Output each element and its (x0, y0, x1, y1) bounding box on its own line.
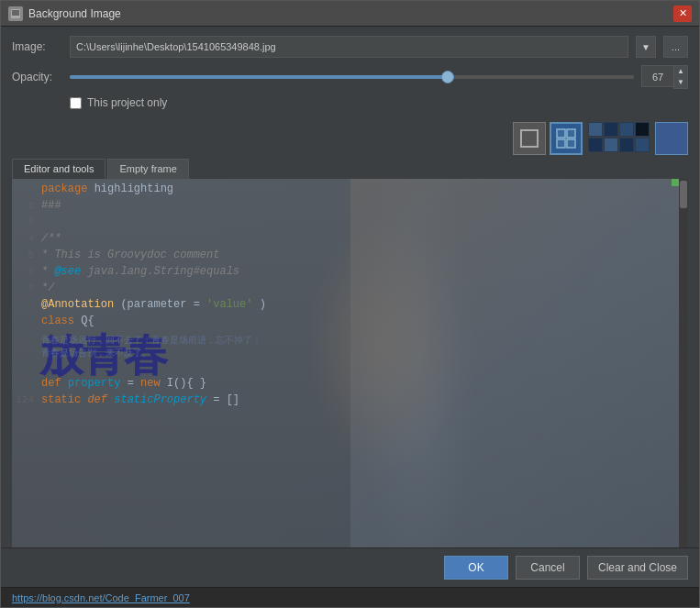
code-line-8: @Annotation (parameter = 'value' ) (12, 298, 688, 315)
project-only-row: This project only (70, 96, 688, 109)
code-editor: package highlighting 2 ### 3 4 /** (12, 179, 688, 547)
opacity-spinner: ▲ ▼ (673, 65, 688, 89)
svg-rect-7 (567, 139, 575, 148)
this-project-only-checkbox[interactable] (70, 97, 82, 109)
slider-thumb[interactable] (441, 71, 454, 83)
clear-close-button[interactable]: Clear and Close (587, 556, 688, 580)
chinese-small-text: 青春是场远行，回不去了；青春是场前进，忘不掉了；青春是场告别，来不及了。 (41, 335, 688, 360)
tabs-row: Editor and tools Empty frame (1, 159, 699, 179)
status-bar: https://blog.csdn.net/Code_Farmer_007 (1, 587, 699, 607)
svg-rect-4 (557, 129, 565, 138)
code-line-9: class Q{ (12, 315, 688, 331)
opacity-spin-down[interactable]: ▼ (674, 77, 687, 88)
status-url[interactable]: https://blog.csdn.net/Code_Farmer_007 (12, 592, 190, 603)
svg-rect-3 (521, 130, 538, 147)
background-image-dialog: Background Image ✕ Image: ▼ ... Opacity:… (0, 0, 700, 608)
close-button[interactable]: ✕ (673, 6, 692, 22)
code-line-11: 124 static def staticProperty = [] (12, 393, 688, 410)
code-line-4: 4 /** (12, 232, 688, 249)
image-row: Image: ▼ ... (12, 36, 688, 58)
dialog-title: Background Image (28, 7, 121, 20)
dialog-icon (8, 6, 23, 21)
slider-track (70, 75, 634, 79)
blue-square-preview (655, 122, 688, 155)
scrollbar-thumb[interactable] (680, 181, 687, 208)
opacity-slider-container[interactable] (70, 68, 634, 86)
ok-button[interactable]: OK (444, 556, 508, 580)
title-bar: Background Image ✕ (1, 1, 699, 27)
opacity-value: 67 (641, 65, 673, 87)
svg-rect-2 (12, 10, 19, 16)
opacity-row: Opacity: 67 ▲ ▼ (12, 65, 688, 89)
preview-single-icon[interactable] (513, 122, 546, 155)
code-line-10: def property = new I(){ } (12, 377, 688, 393)
form-area: Image: ▼ ... Opacity: 67 ▲ ▼ (1, 27, 699, 118)
this-project-only-label[interactable]: This project only (87, 96, 167, 109)
scroll-indicator (672, 179, 679, 186)
opacity-spin-up[interactable]: ▲ (674, 66, 687, 77)
tile-grid-preview (588, 122, 650, 152)
editor-scrollbar[interactable] (679, 179, 688, 547)
code-line-5: 5 * This is Groovydoc comment (12, 249, 688, 265)
tab-empty-frame[interactable]: Empty frame (107, 159, 188, 179)
code-line-6: 6 * @see java.lang.String#equals (12, 265, 688, 282)
browse-button[interactable]: ... (663, 36, 688, 58)
image-path-input[interactable] (70, 36, 628, 58)
code-lines: package highlighting 2 ### 3 4 /** (12, 179, 688, 414)
opacity-label: Opacity: (12, 71, 62, 83)
preview-row (1, 118, 699, 159)
svg-rect-5 (567, 129, 575, 138)
preview-tiled-icon[interactable] (550, 122, 583, 155)
slider-fill (70, 75, 448, 79)
code-line-3: 3 (12, 216, 688, 232)
editor-area: 放青春 package highlighting 2 ### 3 (12, 179, 688, 547)
cancel-button[interactable]: Cancel (516, 556, 580, 580)
title-bar-left: Background Image (8, 6, 121, 21)
image-dropdown-button[interactable]: ▼ (636, 36, 656, 58)
bottom-bar: OK Cancel Clear and Close (1, 547, 699, 587)
code-line-chinese-area: 青春是场远行，回不去了；青春是场前进，忘不掉了；青春是场告别，来不及了。 (12, 331, 688, 377)
code-line-1: package highlighting (12, 182, 688, 199)
code-line-7: 7 */ (12, 282, 688, 298)
code-line-2: 2 ### (12, 199, 688, 216)
opacity-input-group: 67 ▲ ▼ (641, 65, 688, 89)
image-label: Image: (12, 40, 62, 53)
svg-rect-6 (557, 139, 565, 148)
tab-editor-tools[interactable]: Editor and tools (12, 159, 106, 179)
